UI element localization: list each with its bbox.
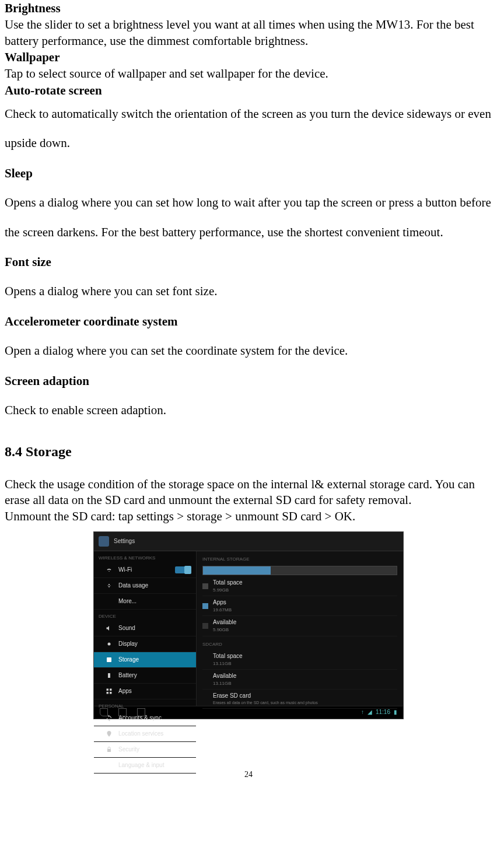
sidebar-item-language[interactable]: Language & input: [94, 758, 196, 774]
sleep-title: Sleep: [5, 165, 492, 182]
storage-bar-fill: [203, 566, 271, 575]
storage-body: Check the usage condition of the storage…: [5, 477, 492, 509]
settings-app-icon: [99, 536, 109, 547]
sidebar-item-wifi[interactable]: Wi-Fi: [94, 562, 196, 578]
svg-point-0: [108, 643, 111, 646]
font-size-title: Font size: [5, 254, 492, 271]
settings-main: INTERNAL STORAGE Total space 5.99GB Apps: [197, 551, 403, 706]
page-number: 24: [5, 769, 492, 780]
svg-rect-4: [110, 689, 112, 691]
wifi-icon: [106, 566, 113, 573]
apps-swatch: [202, 603, 208, 609]
erase-desc: Erases all data on the SD card, such as …: [213, 700, 318, 706]
svg-rect-3: [107, 689, 109, 691]
sd-total-value: 13.11GB: [213, 660, 243, 667]
data-icon: [106, 582, 113, 589]
sidebar-item-apps[interactable]: Apps: [94, 684, 196, 699]
sidebar-item-more[interactable]: More...: [94, 594, 196, 610]
sd-available-row[interactable]: Available 13.11GB: [202, 670, 397, 690]
main-cat-internal: INTERNAL STORAGE: [202, 556, 397, 562]
sidebar-item-battery[interactable]: Battery: [94, 668, 196, 684]
battery-status-icon: ▮: [394, 708, 397, 716]
sd-available-label: Available: [213, 672, 236, 680]
storage-bar: [202, 566, 397, 575]
available-swatch: [202, 623, 208, 629]
sd-total-row[interactable]: Total space 13.11GB: [202, 650, 397, 670]
available-label: Available: [213, 618, 236, 626]
sleep-body: Opens a dialog where you can set how lon…: [5, 188, 492, 247]
total-space-row[interactable]: Total space 5.99GB: [202, 576, 397, 596]
svg-rect-6: [110, 692, 112, 694]
sidebar-storage-label: Storage: [118, 656, 139, 664]
auto-rotate-title: Auto-rotate screen: [5, 82, 492, 99]
available-value: 5.90GB: [213, 626, 236, 633]
android-settings-screenshot: Settings WIRELESS & NETWORKS Wi-Fi Data …: [93, 531, 404, 719]
storage-icon: [106, 656, 113, 663]
auto-rotate-body: Check to automatically switch the orient…: [5, 99, 492, 158]
language-icon: [106, 762, 113, 769]
sidebar-security-label: Security: [118, 746, 139, 754]
apps-label: Apps: [213, 598, 232, 607]
sidebar-cat-wireless: WIRELESS & NETWORKS: [94, 551, 196, 562]
sidebar-display-label: Display: [118, 640, 138, 648]
storage-heading: 8.4 Storage: [5, 442, 492, 462]
lock-icon: [106, 746, 113, 753]
sidebar-item-storage[interactable]: Storage: [94, 652, 196, 668]
wifi-status-icon: ◢: [368, 708, 372, 716]
display-icon: [106, 640, 113, 648]
sound-icon: [106, 625, 113, 632]
sidebar-apps-label: Apps: [118, 687, 132, 695]
sidebar-data-label: Data usage: [118, 582, 148, 590]
home-button[interactable]: [118, 708, 127, 716]
screenshot-container: Settings WIRELESS & NETWORKS Wi-Fi Data …: [5, 531, 492, 719]
svg-rect-2: [108, 673, 110, 678]
total-value: 5.99GB: [213, 587, 243, 593]
accel-body: Open a dialog where you can set the coor…: [5, 336, 492, 365]
screen-adaption-body: Check to enable screen adaption.: [5, 396, 492, 425]
settings-header: Settings: [94, 532, 403, 551]
back-button[interactable]: [100, 708, 108, 716]
accel-title: Accelerometer coordinate system: [5, 313, 492, 330]
screen-adaption-title: Screen adaption: [5, 373, 492, 390]
sidebar-item-sound[interactable]: Sound: [94, 621, 196, 636]
apps-row[interactable]: Apps 19.67MB: [202, 596, 397, 616]
apps-value: 19.67MB: [213, 607, 232, 613]
sidebar-location-label: Location services: [118, 730, 163, 738]
wifi-toggle[interactable]: [175, 566, 191, 573]
sd-total-label: Total space: [213, 652, 243, 660]
location-icon: [106, 730, 113, 737]
sidebar-wifi-label: Wi-Fi: [118, 566, 132, 574]
available-row[interactable]: Available 5.90GB: [202, 616, 397, 636]
arrow-up-icon: ↑: [361, 708, 364, 716]
svg-rect-1: [107, 657, 111, 662]
settings-sidebar: WIRELESS & NETWORKS Wi-Fi Data usage Mor…: [94, 551, 197, 706]
battery-icon: [106, 672, 113, 679]
brightness-body: Use the slider to set a brightness level…: [5, 17, 492, 49]
sd-available-value: 13.11GB: [213, 680, 236, 687]
sidebar-item-data-usage[interactable]: Data usage: [94, 578, 196, 594]
settings-header-title: Settings: [114, 537, 135, 545]
total-label: Total space: [213, 579, 243, 587]
sidebar-item-security[interactable]: Security: [94, 742, 196, 758]
status-bar-right: ↑ ◢ 11:16 ▮: [361, 708, 397, 716]
brightness-title: Brightness: [5, 0, 492, 17]
apps-icon: [106, 688, 113, 695]
main-cat-sdcard: SDCARD: [202, 641, 397, 648]
sidebar-language-label: Language & input: [118, 761, 164, 769]
wallpaper-body: Tap to select source of wallpaper and se…: [5, 66, 492, 82]
sidebar-cat-device: DEVICE: [94, 610, 196, 621]
sidebar-item-location[interactable]: Location services: [94, 726, 196, 742]
clock-time: 11:16: [376, 708, 390, 716]
sidebar-item-display[interactable]: Display: [94, 636, 196, 652]
sidebar-more-label: More...: [118, 597, 136, 606]
sidebar-battery-label: Battery: [118, 671, 137, 680]
erase-label: Erase SD card: [213, 692, 318, 700]
svg-rect-5: [107, 692, 109, 694]
total-swatch: [202, 583, 208, 589]
font-size-body: Opens a dialog where you can set font si…: [5, 276, 492, 306]
erase-sd-row[interactable]: Erase SD card Erases all data on the SD …: [202, 690, 397, 709]
storage-unmount: Unmount the SD card: tap settings > stor…: [5, 509, 492, 524]
svg-rect-7: [107, 749, 111, 752]
wallpaper-title: Wallpaper: [5, 49, 492, 66]
recent-button[interactable]: [137, 708, 145, 716]
